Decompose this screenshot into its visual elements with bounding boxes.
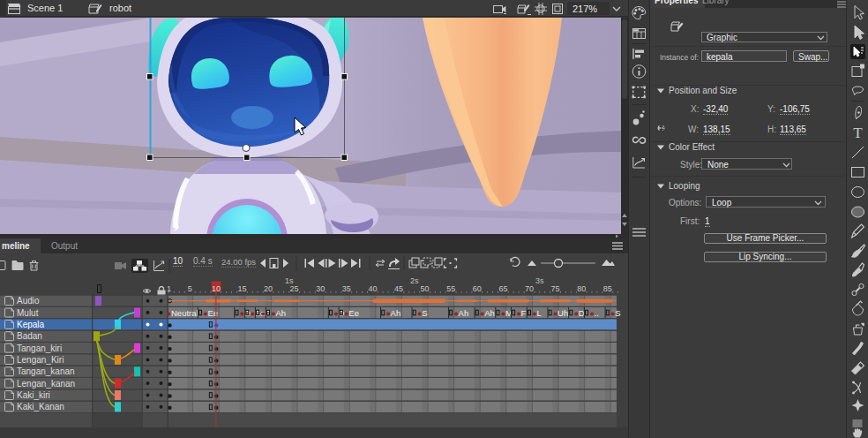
- svg-text:35: 35: [342, 284, 351, 293]
- svg-text:65: 65: [498, 284, 507, 293]
- svg-text:2s: 2s: [410, 276, 419, 285]
- svg-text:60: 60: [473, 284, 482, 293]
- svg-text:T: T: [853, 125, 863, 141]
- svg-text:25: 25: [290, 284, 299, 293]
- svg-text:Ah: Ah: [459, 308, 469, 318]
- svg-text:Audio: Audio: [17, 296, 40, 306]
- svg-text:5: 5: [188, 284, 192, 293]
- svg-text:3s: 3s: [535, 276, 544, 285]
- svg-text:Kaki_kiri: Kaki_kiri: [17, 390, 50, 400]
- svg-text:Lengan_kanan: Lengan_kanan: [17, 379, 75, 389]
- svg-text:Neutral: Neutral: [171, 308, 198, 318]
- svg-text:Ah: Ah: [391, 308, 401, 318]
- svg-text:70: 70: [525, 284, 534, 293]
- svg-text:..: ..: [595, 308, 599, 318]
- svg-text:20: 20: [264, 284, 273, 293]
- svg-text:30: 30: [316, 284, 325, 293]
- svg-text:Ee: Ee: [348, 308, 359, 318]
- svg-text:50: 50: [421, 284, 430, 293]
- svg-text:L: L: [536, 308, 541, 318]
- svg-text:75: 75: [551, 284, 560, 293]
- svg-text:10: 10: [212, 284, 221, 293]
- svg-text:Uh: Uh: [557, 308, 568, 318]
- svg-text:D: D: [579, 308, 585, 318]
- svg-text:F: F: [521, 308, 527, 318]
- svg-text:Ah: Ah: [275, 308, 286, 318]
- svg-text:Tangan_kiri: Tangan_kiri: [17, 344, 62, 353]
- svg-text:Kaki_Kanan: Kaki_Kanan: [17, 402, 64, 412]
- svg-text:Mulut: Mulut: [17, 308, 39, 318]
- svg-text:15: 15: [237, 284, 246, 293]
- svg-text:S: S: [615, 308, 620, 318]
- svg-text:Tangan_kanan: Tangan_kanan: [17, 366, 75, 376]
- svg-text:Lengan_Kiri: Lengan_Kiri: [17, 355, 64, 365]
- svg-text:85: 85: [603, 284, 612, 293]
- svg-text:55: 55: [446, 284, 455, 293]
- svg-text:Badan: Badan: [17, 331, 42, 341]
- svg-text:Kepala: Kepala: [17, 320, 45, 329]
- svg-text:80: 80: [577, 284, 586, 293]
- svg-text:Ah: Ah: [484, 308, 495, 318]
- svg-text:S: S: [422, 308, 427, 318]
- svg-text:45: 45: [394, 284, 403, 293]
- svg-text:40: 40: [368, 284, 377, 293]
